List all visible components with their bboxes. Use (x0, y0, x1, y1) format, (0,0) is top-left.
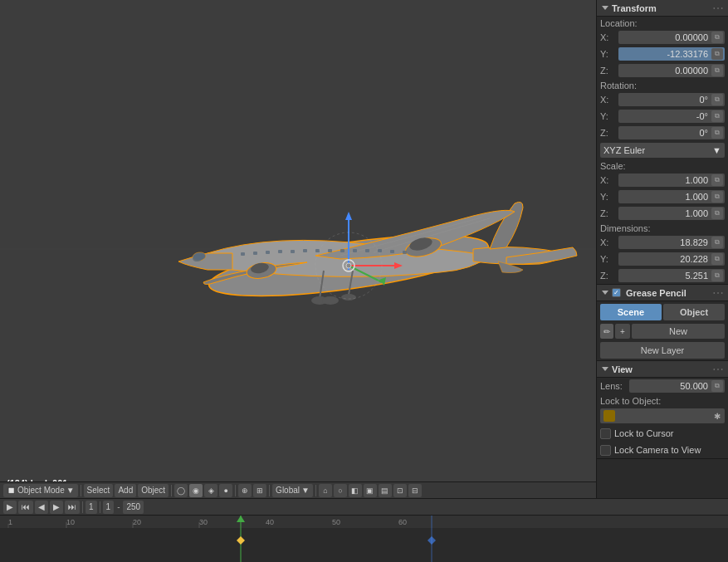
scale-y-copy[interactable]: ⧉ (711, 191, 723, 203)
scale-x-copy[interactable]: ⧉ (711, 174, 723, 186)
gp-pencil-icon[interactable]: ✏ (600, 324, 613, 339)
global-selector[interactable]: Global ▼ (272, 484, 313, 497)
location-x-input[interactable]: 0.00000 ⧉ (618, 31, 725, 44)
lock-object-label-row: Lock to Object: (597, 394, 728, 407)
svg-rect-14 (266, 251, 270, 254)
select-btn[interactable]: Select (84, 484, 114, 497)
lock-object-field[interactable]: ✱ (600, 408, 725, 423)
dim-x-copy[interactable]: ⧉ (711, 237, 723, 248)
extra-btn4[interactable]: ⊡ (393, 484, 407, 497)
location-z-label: Z: (600, 66, 618, 76)
gp-new-layer-btn[interactable]: New Layer (600, 342, 725, 359)
svg-rect-19 (328, 249, 332, 252)
gp-options-icon[interactable]: ⋯ (712, 286, 723, 300)
rotation-mode-select[interactable]: XYZ Euler ▼ (600, 143, 725, 158)
location-y-copy[interactable]: ⧉ (711, 48, 723, 60)
rotation-label: Rotation: (600, 81, 637, 90)
svg-rect-17 (303, 249, 307, 252)
lock-camera-row[interactable]: Lock Camera to View (597, 442, 728, 458)
extra-btn5[interactable]: ⊟ (408, 484, 422, 497)
wire-shading-btn[interactable]: ◯ (174, 484, 188, 497)
lock-object-row: ✱ (597, 407, 728, 425)
tl-sep2 (100, 501, 100, 513)
scale-label-row: Scale: (597, 159, 728, 172)
timeline-start-btn[interactable]: ⏮ (18, 501, 33, 514)
timeline-end-frame[interactable]: 250 (123, 501, 144, 514)
gp-enabled-checkbox[interactable]: ✓ (612, 288, 621, 297)
gizmo-btn[interactable]: ⊞ (253, 484, 266, 497)
lock-cursor-checkbox[interactable] (600, 428, 611, 439)
timeline-content[interactable]: 1 10 20 30 40 50 60 (0, 516, 728, 562)
transform-section-header[interactable]: Transform ⋯ (597, 0, 728, 17)
lock-object-eyedropper[interactable]: ✱ (711, 410, 723, 422)
proportional-btn[interactable]: ○ (334, 484, 347, 497)
snap-btn[interactable]: ⌂ (319, 484, 332, 497)
rotation-y-input[interactable]: -0° ⧉ (618, 110, 725, 123)
rotation-x-copy[interactable]: ⧉ (711, 94, 723, 105)
lock-cursor-row[interactable]: Lock to Cursor (597, 425, 728, 442)
timeline-next-btn[interactable]: ▶ (50, 501, 63, 514)
lock-camera-checkbox[interactable] (600, 445, 611, 456)
lens-copy[interactable]: ⧉ (711, 380, 723, 392)
properties-panel: Transform ⋯ Location: X: 0.00000 ⧉ Y: -1… (596, 0, 728, 562)
scale-z-input[interactable]: 1.000 ⧉ (618, 207, 725, 220)
dim-z-input[interactable]: 5.251 ⧉ (618, 269, 725, 282)
extra-btn2[interactable]: ▣ (364, 484, 377, 497)
mode-selector[interactable]: 🔲 Object Mode ▼ (3, 484, 78, 497)
timeline-playback-btn[interactable]: ▶ (3, 501, 17, 514)
gp-scene-tab[interactable]: Scene (600, 304, 662, 320)
grease-pencil-header[interactable]: ✓ Grease Pencil ⋯ (597, 285, 728, 301)
dim-y-input[interactable]: 20.228 ⧉ (618, 252, 725, 266)
pie-overlay-btn[interactable]: ⊕ (238, 484, 252, 497)
svg-rect-41 (0, 516, 728, 528)
extra-btn3[interactable]: ▤ (379, 484, 392, 497)
dim-z-copy[interactable]: ⧉ (711, 270, 723, 281)
rotation-z-copy[interactable]: ⧉ (711, 127, 723, 139)
rotation-z-input[interactable]: 0° ⧉ (618, 126, 725, 139)
dim-y-copy[interactable]: ⧉ (711, 253, 723, 265)
rotation-y-copy[interactable]: ⧉ (711, 110, 723, 122)
dim-x-input[interactable]: 18.829 ⧉ (618, 236, 725, 249)
timeline-end-btn[interactable]: ⏭ (65, 501, 80, 514)
scale-x-label: X: (600, 175, 618, 185)
location-label-row: Location: (597, 17, 728, 29)
gp-add-icon[interactable]: + (615, 324, 630, 339)
timeline-start-frame[interactable]: 1 (103, 501, 115, 514)
scale-z-copy[interactable]: ⧉ (711, 208, 723, 219)
rotation-x-input[interactable]: 0° ⧉ (618, 93, 725, 106)
timeline-frame-display[interactable]: 1 (86, 501, 97, 514)
scale-y-input[interactable]: 1.000 ⧉ (618, 190, 725, 203)
timeline-prev-btn[interactable]: ◀ (35, 501, 48, 514)
object-btn[interactable]: Object (138, 484, 169, 497)
extra-btn1[interactable]: ◧ (349, 484, 362, 497)
scale-x-input[interactable]: 1.000 ⧉ (618, 173, 725, 187)
dim-y-label: Y: (600, 254, 618, 264)
scale-y-label: Y: (600, 192, 618, 202)
scale-z-label: Z: (600, 208, 618, 218)
gp-new-btn[interactable]: New (632, 324, 725, 339)
location-y-input[interactable]: -12.33176 ⧉ (618, 47, 725, 61)
location-x-label: X: (600, 32, 618, 42)
transform-title: Transform (612, 3, 657, 13)
viewport-3d[interactable]: (134) body001 🔲 Object Mode ▼ Select Add… (0, 0, 596, 498)
view-section-header[interactable]: View ⋯ (597, 361, 728, 378)
location-z-input[interactable]: 0.00000 ⧉ (618, 64, 725, 77)
view-options-icon[interactable]: ⋯ (712, 363, 723, 376)
lens-input[interactable]: 50.000 ⧉ (629, 379, 725, 393)
location-x-copy[interactable]: ⧉ (711, 32, 723, 43)
render-shading-btn[interactable]: ● (219, 484, 232, 497)
transform-options-icon[interactable]: ⋯ (712, 2, 723, 15)
gp-object-tab[interactable]: Object (663, 304, 725, 320)
solid-shading-btn[interactable]: ◉ (189, 484, 203, 497)
separator5 (315, 485, 316, 496)
location-label: Location: (600, 18, 638, 28)
svg-text:20: 20 (133, 518, 141, 526)
add-btn[interactable]: Add (115, 484, 136, 497)
material-shading-btn[interactable]: ◈ (204, 484, 217, 497)
svg-rect-13 (253, 252, 257, 255)
rotation-label-row: Rotation: (597, 79, 728, 91)
location-z-copy[interactable]: ⧉ (711, 65, 723, 76)
tl-sep (82, 501, 83, 513)
rotation-mode-row: XYZ Euler ▼ (597, 141, 728, 159)
timeline-header: ▶ ⏮ ◀ ▶ ⏭ 1 1 - 250 (0, 499, 728, 516)
